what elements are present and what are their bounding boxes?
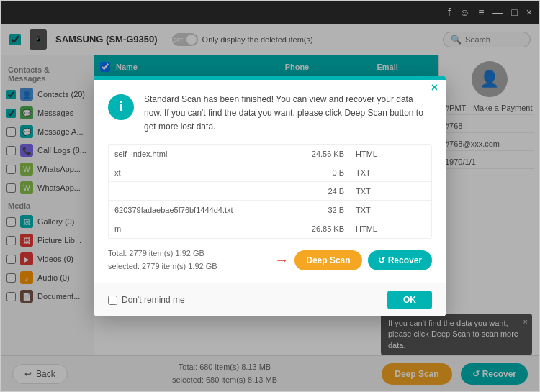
modal-stats-line1: Total: 2779 item(s) 1.92 GB [108, 247, 217, 260]
mini-table: self_index.html 24.56 KB HTML xt 0 B TXT… [108, 144, 432, 239]
mini-cell-type-3: TXT [350, 206, 431, 214]
mini-cell-size-2: 24 B [251, 187, 350, 196]
mini-cell-size-4: 26.85 KB [251, 224, 350, 233]
mini-row-1: xt 0 B TXT [109, 163, 431, 182]
modal-recover-icon: ↺ [378, 255, 385, 265]
mini-cell-type-0: HTML [350, 150, 431, 158]
mini-cell-type-1: TXT [350, 168, 431, 177]
mini-cell-name-4: ml [109, 224, 251, 233]
mini-cell-size-1: 0 B [251, 168, 350, 177]
modal-actions: → Deep Scan ↺ Recover [274, 250, 432, 270]
modal-stats-line2: selected: 2779 item(s) 1.92 GB [108, 260, 217, 273]
modal-stats: Total: 2779 item(s) 1.92 GB selected: 27… [108, 247, 217, 273]
mini-row-4: ml 26.85 KB HTML [109, 219, 431, 238]
dont-remind-checkbox[interactable] [108, 296, 117, 305]
mini-cell-size-0: 24.56 KB [251, 150, 350, 158]
dont-remind-text: Don't remind me [122, 295, 185, 305]
modal-body: i Standard Scan has been finished! You c… [94, 80, 446, 283]
mini-cell-type-2: TXT [350, 187, 431, 196]
mini-cell-type-4: HTML [350, 224, 431, 233]
mini-cell-name-0: self_index.html [109, 150, 251, 158]
arrow-indicator-icon: → [274, 252, 289, 268]
modal-dialog: × i Standard Scan has been finished! You… [94, 76, 446, 317]
modal-deep-scan-button[interactable]: Deep Scan [294, 250, 361, 270]
ok-button[interactable]: OK [387, 291, 432, 309]
dont-remind-label[interactable]: Don't remind me [108, 295, 185, 305]
modal-info-text: Standard Scan has been finished! You can… [144, 93, 432, 135]
mini-cell-size-3: 32 B [251, 206, 350, 214]
modal-bottom: Don't remind me OK [94, 283, 446, 316]
mini-row-2: 24 B TXT [109, 182, 431, 201]
mini-cell-name-3: 620379fadaebae5f76bf1444d4.txt [109, 206, 251, 214]
mini-row-3: 620379fadaebae5f76bf1444d4.txt 32 B TXT [109, 201, 431, 219]
info-icon: i [108, 94, 134, 120]
modal-overlay: × i Standard Scan has been finished! You… [1, 1, 539, 391]
modal-recover-label: Recover [388, 255, 422, 265]
mini-cell-name-1: xt [109, 168, 251, 177]
modal-recover-button[interactable]: ↺ Recover [368, 250, 432, 270]
app-window: f ☺ ≡ — □ × 📱 SAMSUNG (SM-G9350) Only di… [0, 0, 540, 392]
modal-close-button[interactable]: × [431, 81, 438, 94]
modal-info-row: i Standard Scan has been finished! You c… [108, 93, 432, 135]
mini-row-0: self_index.html 24.56 KB HTML [109, 145, 431, 163]
modal-footer-row: Total: 2779 item(s) 1.92 GB selected: 27… [108, 247, 432, 273]
